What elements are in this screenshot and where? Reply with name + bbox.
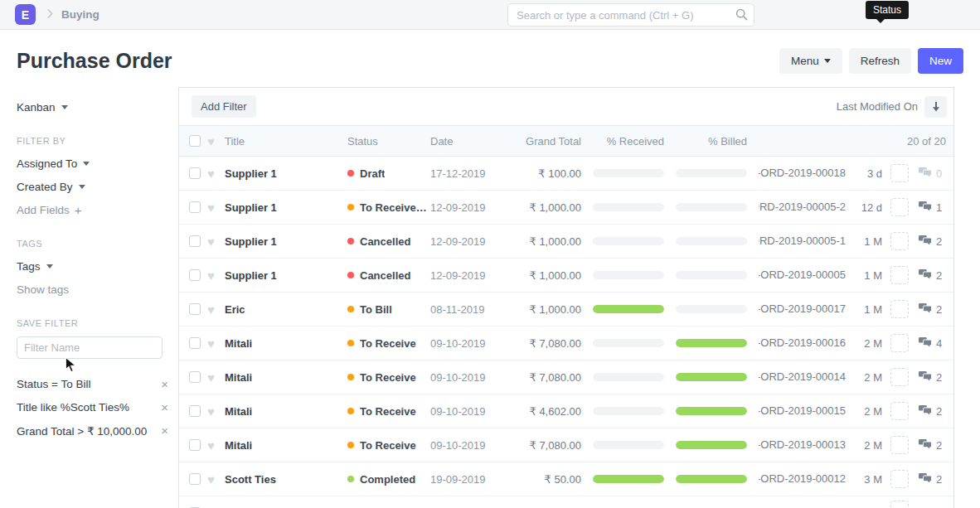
row-title[interactable]: Supplier 1 [225,201,347,214]
row-title[interactable]: Mitali [225,337,347,350]
breadcrumb[interactable]: Buying [61,8,99,21]
refresh-button[interactable]: Refresh [849,48,911,74]
heart-icon[interactable]: ♥ [207,135,220,148]
row-checkbox[interactable] [189,371,201,383]
heart-icon[interactable]: ♥ [207,405,220,418]
table-row[interactable]: ♥ Supplier 1 To Receive and Bill 12-09-2… [179,191,953,225]
comment-count[interactable]: 2 [919,405,942,418]
search-input[interactable] [507,3,754,27]
heart-icon[interactable]: ♥ [207,439,220,452]
comment-count[interactable]: 2 [919,303,942,316]
heart-icon[interactable]: ♥ [207,473,220,486]
heart-icon[interactable]: ♥ [207,201,220,214]
billed-progress [676,305,747,313]
row-modified: 2 M [846,439,882,452]
table-row[interactable]: ♥ Scott Ties Completed 19-09-2019 ₹ 50.0… [179,462,953,496]
select-all-checkbox[interactable] [189,135,201,147]
comment-icon [919,405,932,417]
row-checkbox[interactable] [189,167,201,179]
sort-direction-button[interactable] [924,96,947,118]
table-row[interactable]: ♥ Supplier 1 Cancelled 12-09-2019 ₹ 1,00… [179,225,953,259]
remove-filter-icon[interactable]: × [156,423,168,438]
app-logo[interactable]: E [15,4,36,25]
row-grand-total: ₹ 7,080.00 [513,371,581,384]
table-row[interactable]: ♥ Supplier 1 Draft 17-12-2019 ₹ 100.00 P… [179,157,953,191]
remove-filter-icon[interactable]: × [156,400,168,414]
row-checkbox[interactable] [189,439,201,451]
menu-button[interactable]: Menu [779,48,842,74]
row-checkbox[interactable] [189,303,201,315]
heart-icon[interactable]: ♥ [207,337,220,350]
sidebar-item-assigned-to[interactable]: Assigned To [17,154,162,172]
row-checkbox[interactable] [189,473,201,485]
sidebar-item-show-tags[interactable]: Show tags [17,280,162,298]
view-switcher-kanban[interactable]: Kanban [17,98,162,116]
search-icon[interactable] [735,8,748,23]
assign-box[interactable] [890,368,909,386]
sidebar-item-tags[interactable]: Tags [17,257,162,275]
assign-box[interactable] [890,232,909,250]
received-progress [593,373,664,381]
table-row[interactable]: ♥ Mitali To Receive 09-10-2019 ₹ 7,080.0… [179,428,953,462]
row-checkbox[interactable] [189,337,201,349]
row-checkbox[interactable] [189,201,201,213]
remove-filter-icon[interactable]: × [156,377,168,391]
add-filter-button[interactable]: Add Filter [192,95,256,118]
filter-chip[interactable]: Title like %Scott Ties%× [17,400,168,414]
assign-box[interactable] [890,334,909,352]
heart-icon[interactable]: ♥ [207,167,220,180]
comment-count[interactable]: 1 [919,201,942,214]
assign-box[interactable] [890,266,909,284]
row-title[interactable]: Supplier 1 [225,235,347,248]
assign-box[interactable] [890,470,909,488]
filter-name-input[interactable] [17,336,163,359]
row-title[interactable]: Supplier 1 [225,167,347,180]
row-checkbox[interactable] [189,405,201,417]
status-dot [347,170,354,177]
table-row[interactable]: ♥ Mitali To Receive 09-10-2019 ₹ 4,602.0… [179,394,953,428]
comment-count[interactable]: 0 [919,167,942,180]
received-progress [593,339,664,347]
assign-box[interactable] [890,198,909,216]
table-row[interactable]: ♥ Eric To Bill 08-11-2019 ₹ 1,000.00 PUR… [179,293,953,327]
billed-progress [676,271,747,279]
comment-icon [919,235,932,247]
comment-count[interactable]: 2 [919,371,942,384]
assign-box[interactable] [890,300,909,318]
row-title[interactable]: Mitali [225,439,347,452]
heart-icon[interactable]: ♥ [207,303,220,316]
row-checkbox[interactable] [189,235,201,247]
comment-count[interactable]: 2 [919,473,942,486]
filter-chip[interactable]: Grand Total > ₹ 10,000.00× [17,423,168,438]
comment-count[interactable]: 2 [919,235,942,248]
assign-box[interactable] [890,436,909,454]
row-grand-total: ₹ 4,602.00 [513,405,581,418]
row-modified: 3 M [846,473,882,486]
row-title[interactable]: Mitali [225,371,347,384]
filter-chip[interactable]: Status = To Bill× [17,377,168,391]
table-row[interactable]: ♥ Mitali To Receive 09-10-2019 ₹ 7,080.0… [179,360,953,394]
assign-box[interactable] [890,501,909,508]
sidebar-item-created-by[interactable]: Created By [17,177,162,196]
row-title[interactable]: Mitali [225,405,347,418]
sidebar-item-add-fields[interactable]: Add Fields + [17,201,162,219]
heart-icon[interactable]: ♥ [207,269,220,282]
row-date: 17-12-2019 [430,167,513,180]
table-row[interactable]: ♥ Mitali To Receive 09-10-2019 ₹ 7,080.0… [179,327,953,360]
sort-field-label[interactable]: Last Modified On [837,100,918,113]
heart-icon[interactable]: ♥ [207,371,220,384]
received-bar-fill [593,305,664,313]
new-button[interactable]: New [918,48,963,74]
row-checkbox[interactable] [189,269,201,281]
row-grand-total: ₹ 100.00 [513,167,581,180]
comment-count[interactable]: 4 [919,337,942,350]
heart-icon[interactable]: ♥ [207,235,220,248]
assign-box[interactable] [890,402,909,420]
table-row[interactable]: ♥ Supplier 1 Cancelled 12-09-2019 ₹ 1,00… [179,259,953,293]
comment-count[interactable]: 2 [919,439,942,452]
row-title[interactable]: Eric [225,303,347,316]
assign-box[interactable] [890,164,909,182]
row-title[interactable]: Supplier 1 [225,269,347,282]
row-title[interactable]: Scott Ties [225,473,347,486]
comment-count[interactable]: 2 [919,269,942,282]
